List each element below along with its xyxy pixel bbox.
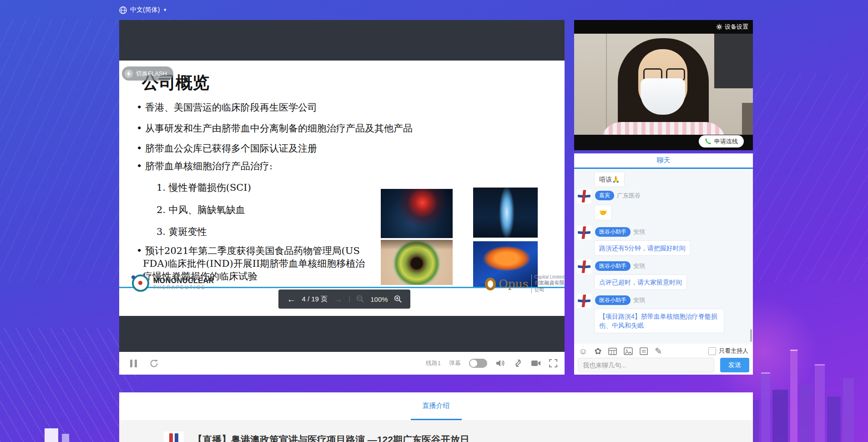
chat-message-bubble: 路演还有5分钟，请把握好时间 xyxy=(594,240,691,256)
slide-bullet: • 从事研发和生产由脐带血中分离制备的细胞治疗产品及其他产品 xyxy=(136,122,428,135)
chevron-down-icon: ▼ xyxy=(163,8,167,12)
chat-message-list[interactable]: 唔该🙏 嘉宾 广东医谷 🤝 医谷小助手 安琪 路演还有5分钟，请把握好时间 医 xyxy=(574,169,753,344)
previous-page-button[interactable]: ← xyxy=(287,295,296,304)
mononuclear-logo-subtext: THERAPEUTICS xyxy=(153,285,214,290)
volume-icon[interactable] xyxy=(495,359,505,367)
chat-panel: 聊天 唔该🙏 嘉宾 广东医谷 🤝 医谷小助手 安琪 路演还有5分钟，请把握好时间 xyxy=(574,153,753,375)
sender-name: 安琪 xyxy=(633,262,645,270)
opus-logo-icon xyxy=(485,278,496,290)
chat-message-header: 嘉宾 广东医谷 xyxy=(595,191,641,200)
device-settings-button[interactable]: 设备设置 xyxy=(725,23,748,31)
opus-caption-en: Capital Limited xyxy=(535,274,565,279)
danmaku-label: 弹幕 xyxy=(449,359,461,367)
chat-message-header: 医谷小助手 安琪 xyxy=(595,261,645,271)
role-badge: 医谷小助手 xyxy=(595,295,631,305)
language-selector[interactable]: 中文(简体) ▼ xyxy=(119,4,167,16)
image-icon[interactable] xyxy=(624,347,633,355)
city-skyline xyxy=(747,337,866,442)
chat-message-bubble: 唔该🙏 xyxy=(594,172,625,187)
tab-live-intro[interactable]: 直播介绍 xyxy=(423,401,450,410)
slide-bullet: • 脐带血公众库已获得多个国际认证及注册 xyxy=(136,142,428,155)
skyline-building-left xyxy=(45,428,58,442)
background-lines-right xyxy=(753,73,868,282)
flower-icon[interactable]: ✿ xyxy=(594,347,601,356)
role-badge: 嘉宾 xyxy=(595,191,614,200)
monitor-background xyxy=(714,34,753,88)
presentation-slide: 切换FLASH 公司概览 • 香港、美国营运的临床阶段再生医学公司 • 从事研发… xyxy=(119,61,565,316)
zoom-in-button[interactable] xyxy=(394,295,402,303)
host-only-label: 只看主持人 xyxy=(719,347,748,355)
calendar-icon[interactable] xyxy=(608,347,617,355)
danmaku-toggle[interactable] xyxy=(469,359,487,368)
tab-active-underline xyxy=(411,419,462,420)
slide-pager: ← 4 / 19 页 → | 100% xyxy=(278,290,410,309)
wall-seam xyxy=(606,34,607,135)
slide-numbered-item: 2. 中风、脑缺氧缺血 xyxy=(156,203,245,216)
page-indicator: 4 / 19 页 xyxy=(302,295,328,304)
request-connect-label: 申请连线 xyxy=(714,137,738,146)
avatar xyxy=(577,225,591,240)
mononuclear-logo-text: MONONUCLEAR xyxy=(153,277,214,285)
pause-button[interactable] xyxy=(130,360,137,367)
next-page-button[interactable]: → xyxy=(333,295,343,304)
webcam-panel: 设备设置 申请连线 xyxy=(574,20,753,150)
background-object xyxy=(742,103,753,135)
slide-bullet: • 脐带血单核细胞治疗产品治疗: xyxy=(136,160,428,173)
chat-scrollbar[interactable] xyxy=(750,329,752,342)
sender-name: 安琪 xyxy=(633,228,645,236)
avatar xyxy=(577,189,591,203)
role-badge: 医谷小助手 xyxy=(595,227,631,237)
slide-numbered-item: 1. 慢性脊髓损伤(SCI) xyxy=(156,181,251,194)
emoji-icon[interactable]: ☺ xyxy=(579,347,587,356)
chat-message-header: 医谷小助手 安琪 xyxy=(595,227,645,237)
camera-icon[interactable] xyxy=(531,360,541,367)
zoom-level: 100% xyxy=(370,295,388,303)
sender-name: 安琪 xyxy=(633,296,645,305)
mononuclear-logo-icon xyxy=(132,274,149,292)
switch-flash-label: 切换FLASH xyxy=(136,70,167,78)
chat-input[interactable] xyxy=(578,358,714,372)
event-logo xyxy=(164,432,184,442)
zoom-out-button[interactable] xyxy=(356,295,364,303)
intro-tabbar: 直播介绍 xyxy=(119,392,753,420)
chat-tab-label: 聊天 xyxy=(657,156,671,165)
tab-chat[interactable]: 聊天 xyxy=(574,153,753,169)
role-badge: 医谷小助手 xyxy=(595,261,631,271)
slide-image-headache xyxy=(381,189,453,238)
presenter-shirt xyxy=(601,122,726,135)
chat-message-bubble: 🤝 xyxy=(594,205,612,220)
pencil-icon[interactable]: ✎ xyxy=(655,347,662,356)
chat-message-bubble: 点评已超时，请大家留意时间 xyxy=(594,274,687,290)
live-title: 【直播】粤港澳政策宣讲与医疗项目路演 —122期广东医谷开放日 xyxy=(193,433,469,442)
request-connect-button[interactable]: 申请连线 xyxy=(699,135,744,147)
host-only-filter: 只看主持人 xyxy=(708,347,748,355)
phone-icon xyxy=(705,138,712,145)
mononuclear-logo: MONONUCLEAR THERAPEUTICS xyxy=(132,274,214,292)
fullscreen-icon[interactable] xyxy=(549,359,557,367)
language-label: 中文(简体) xyxy=(130,6,160,14)
chat-message-bubble: 【项目路演4】脐带血单核细胞治疗脊髓损伤、中风和失眠 xyxy=(594,309,724,333)
pager-divider: | xyxy=(348,295,350,303)
host-only-checkbox[interactable] xyxy=(708,347,716,355)
line-selector[interactable]: 线路1 xyxy=(426,359,441,367)
live-intro-section: 直播介绍 【直播】粤港澳政策宣讲与医疗项目路演 —122期广东医谷开放日 xyxy=(119,392,753,442)
player-control-bar: 线路1 弹幕 xyxy=(119,352,565,375)
slide-bullet: • 香港、美国营运的临床阶段再生医学公司 xyxy=(136,101,428,114)
webcam-topbar: 设备设置 xyxy=(574,20,753,34)
avatar xyxy=(577,294,591,308)
chat-message-header: 医谷小助手 安琪 xyxy=(595,295,645,305)
webcam-video xyxy=(574,34,753,135)
opus-caption-zh: 創富融資有限公司 xyxy=(535,279,565,293)
webinar-page: 中文(简体) ▼ 切换FLASH 公司概览 • 香港、美国营运的临床阶段再生医学… xyxy=(0,0,868,442)
file-icon[interactable] xyxy=(640,347,648,355)
switch-flash-button[interactable]: 切换FLASH xyxy=(122,66,173,81)
refresh-button[interactable] xyxy=(150,359,159,368)
send-button[interactable]: 发送 xyxy=(720,358,749,372)
video-player: 切换FLASH 公司概览 • 香港、美国营运的临床阶段再生医学公司 • 从事研发… xyxy=(119,20,565,375)
slide-image-spine xyxy=(473,188,538,238)
flash-icon xyxy=(124,69,133,78)
globe-icon xyxy=(119,6,127,14)
chat-toolbar: ☺ ✿ ✎ 只看主持人 xyxy=(574,344,753,358)
switch-source-icon[interactable] xyxy=(514,359,523,368)
sender-name: 广东医谷 xyxy=(617,192,641,200)
